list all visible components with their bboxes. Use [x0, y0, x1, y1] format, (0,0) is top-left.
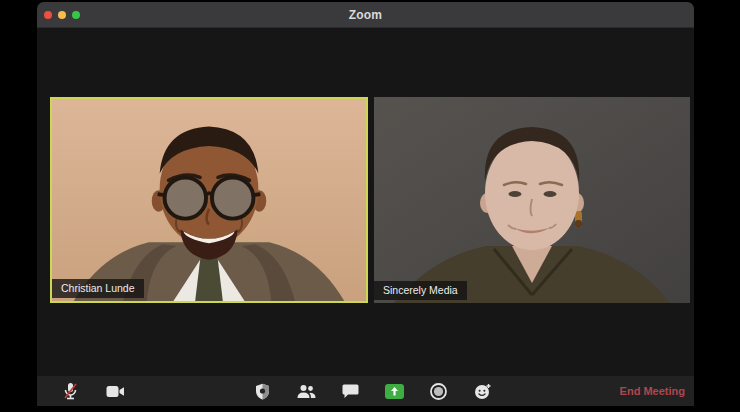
- reactions-icon: [474, 383, 491, 400]
- security-shield-icon: [255, 383, 270, 400]
- end-meeting-button[interactable]: End Meeting: [616, 376, 689, 406]
- window-title: Zoom: [37, 8, 694, 22]
- participants-icon: [297, 384, 316, 399]
- record-icon: [430, 383, 447, 400]
- minimize-button[interactable]: [58, 11, 66, 19]
- traffic-lights: [37, 11, 80, 19]
- chat-icon: [342, 384, 359, 399]
- toolbar-center-group: [251, 376, 493, 406]
- meeting-toolbar: End Meeting: [37, 376, 694, 406]
- chat-button[interactable]: [339, 379, 361, 403]
- microphone-muted-icon: [62, 382, 79, 401]
- participant-name-label: Sincerely Media: [374, 281, 467, 300]
- meeting-content: Christian Lunde: [37, 29, 694, 376]
- video-tile-christian-lunde[interactable]: Christian Lunde: [50, 97, 368, 303]
- toolbar-left-group: [59, 376, 126, 406]
- titlebar: Zoom: [37, 2, 694, 28]
- video-camera-icon: [106, 385, 125, 398]
- sincerely-media-video-feed: [374, 97, 690, 303]
- christian-lunde-video-feed: [52, 99, 366, 301]
- stop-video-button[interactable]: [104, 379, 126, 403]
- share-screen-button[interactable]: [383, 379, 405, 403]
- mute-button[interactable]: [59, 379, 81, 403]
- participant-name-label: Christian Lunde: [52, 279, 144, 298]
- fullscreen-button[interactable]: [72, 11, 80, 19]
- close-button[interactable]: [44, 11, 52, 19]
- zoom-window: Zoom: [37, 2, 694, 406]
- reactions-button[interactable]: [471, 379, 493, 403]
- share-screen-icon: [385, 384, 404, 399]
- record-button[interactable]: [427, 379, 449, 403]
- video-tile-sincerely-media[interactable]: Sincerely Media: [374, 97, 690, 303]
- security-button[interactable]: [251, 379, 273, 403]
- participants-button[interactable]: [295, 379, 317, 403]
